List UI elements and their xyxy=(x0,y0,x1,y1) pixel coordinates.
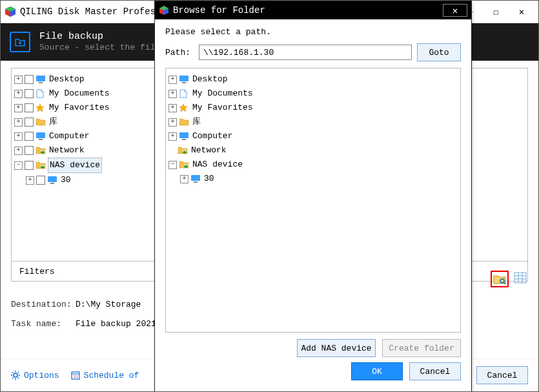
tree-expander[interactable]: − xyxy=(14,161,23,170)
svg-point-19 xyxy=(14,373,17,377)
monitor-icon xyxy=(190,174,201,183)
tree-checkbox[interactable] xyxy=(25,103,34,112)
tree-expander[interactable]: + xyxy=(168,132,177,141)
tree-expander[interactable]: + xyxy=(14,76,23,84)
tree-item[interactable]: Network xyxy=(168,143,458,158)
tree-expander[interactable]: − xyxy=(168,161,177,169)
dialog-icon xyxy=(159,5,169,15)
svg-rect-38 xyxy=(182,139,186,140)
tree-checkbox[interactable] xyxy=(25,89,34,98)
svg-rect-37 xyxy=(179,132,188,138)
tree-expander[interactable]: + xyxy=(14,132,23,141)
tree-item[interactable]: +Computer xyxy=(168,129,458,143)
tree-label: Desktop xyxy=(48,72,86,87)
tree-label: My Documents xyxy=(191,87,254,101)
desktop-icon xyxy=(179,75,189,84)
computer-icon xyxy=(179,132,189,141)
doc-icon xyxy=(36,89,46,98)
tree-expander[interactable]: + xyxy=(168,104,177,112)
dialog-tree-panel[interactable]: +Desktop+My Documents+My Favorites+库+Com… xyxy=(165,68,461,333)
tree-item[interactable]: +My Documents xyxy=(168,87,458,101)
tree-expander[interactable]: + xyxy=(14,90,23,98)
storage-plan-icon[interactable] xyxy=(513,271,528,287)
browse-destination-button[interactable] xyxy=(491,271,509,287)
tree-expander[interactable]: + xyxy=(180,175,188,183)
nas-icon xyxy=(36,161,46,170)
svg-marker-36 xyxy=(179,104,187,112)
tree-item[interactable]: +My Favorites xyxy=(168,101,458,115)
header-subtitle: Source - select the file xyxy=(39,43,160,54)
svg-rect-6 xyxy=(36,132,45,138)
tree-item[interactable]: +30 xyxy=(180,172,458,186)
tree-label: NAS device xyxy=(48,158,102,173)
tree-expander[interactable]: + xyxy=(26,176,34,185)
browse-folder-dialog: Browse for Folder ✕ Please select a path… xyxy=(154,1,472,392)
tree-expander[interactable]: + xyxy=(14,147,23,155)
tree-item[interactable]: +Desktop xyxy=(168,72,458,87)
tree-checkbox[interactable] xyxy=(25,132,34,141)
tree-item[interactable]: −NAS device xyxy=(168,158,458,172)
star-icon xyxy=(36,103,46,112)
dialog-titlebar[interactable]: Browse for Folder ✕ xyxy=(155,1,471,19)
file-backup-icon xyxy=(10,32,30,52)
taskname-label: Task name: xyxy=(11,319,76,329)
schedule-link[interactable]: 23 Schedule of xyxy=(71,371,139,380)
tree-expander[interactable]: + xyxy=(14,118,23,127)
svg-marker-5 xyxy=(36,104,44,112)
tree-label: 30 xyxy=(203,172,216,186)
tree-expander[interactable]: + xyxy=(14,104,23,112)
tree-label: My Favorites xyxy=(48,101,111,115)
path-label: Path: xyxy=(165,48,194,57)
tree-expander[interactable]: + xyxy=(168,118,177,127)
tree-checkbox[interactable] xyxy=(25,118,34,127)
tree-label: NAS device xyxy=(191,158,244,172)
options-link[interactable]: Options xyxy=(11,371,59,380)
add-nas-button[interactable]: Add NAS device xyxy=(297,339,376,357)
taskname-value: File backup 2021- xyxy=(76,319,161,329)
svg-rect-42 xyxy=(194,181,198,183)
tree-checkbox[interactable] xyxy=(36,176,45,185)
tree-label: Network xyxy=(48,143,86,158)
tree-label: Desktop xyxy=(191,72,229,87)
tree-checkbox[interactable] xyxy=(25,161,34,170)
dialog-ok-button[interactable]: OK xyxy=(351,362,403,380)
dialog-close-button[interactable]: ✕ xyxy=(443,4,467,17)
tree-item[interactable]: +库 xyxy=(168,115,458,129)
tree-label: Computer xyxy=(191,129,234,143)
svg-line-24 xyxy=(12,372,14,373)
tree-expander[interactable]: + xyxy=(168,90,177,98)
desktop-icon xyxy=(36,75,46,84)
header-title: File backup xyxy=(39,30,160,43)
goto-button[interactable]: Goto xyxy=(417,43,461,61)
tree-expander[interactable]: + xyxy=(168,76,177,84)
destination-label: Destination: xyxy=(11,300,76,309)
svg-line-26 xyxy=(12,378,14,379)
svg-rect-7 xyxy=(39,139,43,140)
calendar-icon: 23 xyxy=(71,371,80,380)
svg-rect-4 xyxy=(39,82,43,83)
svg-rect-10 xyxy=(48,176,57,182)
svg-rect-3 xyxy=(36,76,45,81)
destination-value: D:\My Storage xyxy=(76,300,141,309)
network-icon xyxy=(36,146,46,155)
tree-checkbox[interactable] xyxy=(25,146,34,155)
app-logo-icon xyxy=(5,6,16,17)
tree-label: Network xyxy=(190,143,228,158)
svg-rect-34 xyxy=(179,76,188,81)
window-close-button[interactable]: ✕ xyxy=(509,4,534,19)
dialog-cancel-button[interactable]: Cancel xyxy=(409,362,461,380)
tree-label: 库 xyxy=(48,115,59,129)
window-maximize-button[interactable]: ☐ xyxy=(483,4,509,19)
svg-rect-41 xyxy=(191,175,200,181)
network-icon xyxy=(178,146,188,155)
tree-checkbox[interactable] xyxy=(25,75,34,84)
dialog-prompt: Please select a path. xyxy=(165,27,461,37)
main-cancel-button[interactable]: Cancel xyxy=(476,366,528,384)
path-input[interactable] xyxy=(199,45,412,60)
svg-line-27 xyxy=(18,372,19,373)
gear-icon xyxy=(11,371,20,380)
tree-label: My Favorites xyxy=(191,101,254,115)
svg-line-25 xyxy=(18,378,19,379)
svg-rect-11 xyxy=(50,183,54,184)
tree-label: 30 xyxy=(59,173,72,187)
